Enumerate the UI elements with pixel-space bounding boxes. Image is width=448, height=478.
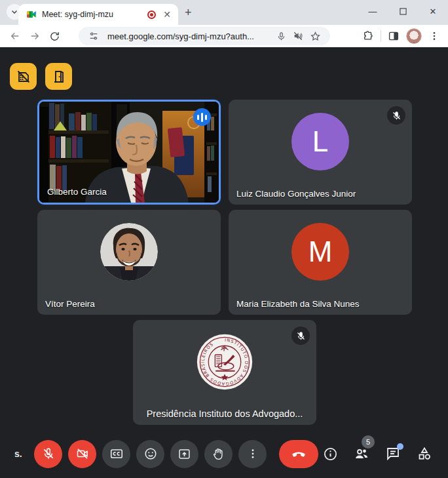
tab-close-icon[interactable]: ✕ <box>161 9 173 20</box>
close-window-button[interactable]: ✕ <box>418 1 448 21</box>
side-panel-icon[interactable] <box>385 28 402 45</box>
present-screen-button[interactable] <box>170 440 198 468</box>
new-tab-button[interactable]: + <box>185 7 192 18</box>
present-icon <box>177 447 191 461</box>
tab-strip: Meet: syg-dimj-mzu ✕ + — ✕ <box>0 0 448 25</box>
tab-muted-icon[interactable] <box>289 28 307 45</box>
people-count-badge: 5 <box>362 435 375 448</box>
meeting-details-button[interactable] <box>322 446 338 462</box>
avatar: L <box>291 113 349 170</box>
captions-button[interactable] <box>102 440 130 468</box>
mic-muted-icon <box>387 106 405 125</box>
participant-tile-presidencia[interactable]: INSTITUTO DOS ADVOGADOS BRASILEIROS Pres… <box>133 320 316 425</box>
mic-permission-icon[interactable] <box>272 28 289 45</box>
profile-avatar[interactable] <box>406 28 422 44</box>
camera-toggle-button[interactable] <box>68 440 96 468</box>
browser-toolbar: meet.google.com/syg-dimj-mzu?auth... <box>0 25 448 47</box>
forward-button[interactable] <box>25 27 45 45</box>
participant-name: Gilberto Garcia <box>47 187 107 197</box>
browser-window: Meet: syg-dimj-mzu ✕ + — ✕ meet.google <box>0 0 448 478</box>
mic-toggle-button[interactable] <box>34 440 62 468</box>
url-text[interactable]: meet.google.com/syg-dimj-mzu?auth... <box>107 31 272 41</box>
meet-favicon-icon <box>26 9 37 20</box>
site-info-icon[interactable] <box>85 28 102 45</box>
camera-off-icon <box>76 447 89 460</box>
avatar: M <box>291 223 349 281</box>
institution-seal-avatar: INSTITUTO DOS ADVOGADOS BRASILEIROS <box>196 333 253 391</box>
participant-tile-luiz-claudio[interactable]: L Luiz Claudio Gonçalves Junior <box>229 100 412 205</box>
participant-tile-maria-elizabeth[interactable]: M Maria Elizabeth da Silva Nunes <box>229 210 412 315</box>
participant-tile-vitor-pereira[interactable]: Vítor Pereira <box>37 210 221 315</box>
raise-hand-button[interactable] <box>204 440 233 468</box>
address-bar[interactable]: meet.google.com/syg-dimj-mzu?auth... <box>79 27 330 45</box>
meet-control-bar: s. <box>0 429 448 478</box>
captions-icon <box>109 447 124 461</box>
browser-menu-icon[interactable] <box>426 28 443 45</box>
recording-indicator-icon <box>147 10 156 19</box>
minimize-button[interactable]: — <box>358 1 388 21</box>
panel-controls: 5 <box>322 446 432 462</box>
grid-view-extension-button[interactable] <box>10 63 37 90</box>
reload-button[interactable] <box>45 27 64 45</box>
emoji-icon <box>143 447 158 461</box>
mic-off-icon <box>42 447 55 460</box>
audio-speaking-indicator-icon <box>193 108 211 126</box>
toolbar-divider <box>381 30 381 42</box>
call-controls <box>34 440 318 468</box>
raise-hand-icon <box>212 447 225 461</box>
meeting-code-text: s. <box>14 448 22 459</box>
participant-name: Vítor Pereira <box>45 299 95 309</box>
more-options-button[interactable] <box>238 440 267 468</box>
more-options-icon <box>247 448 259 460</box>
show-people-button[interactable]: 5 <box>354 446 369 462</box>
participant-tile-gilberto-garcia[interactable]: Gilberto Garcia <box>37 100 221 205</box>
mic-muted-icon <box>291 327 310 345</box>
tab-title: Meet: syg-dimj-mzu <box>42 10 147 19</box>
participant-name: Presidência Instituto dos Advogado... <box>133 408 316 419</box>
avatar-initial: M <box>308 235 333 268</box>
participant-name: Luiz Claudio Gonçalves Junior <box>236 189 356 199</box>
participant-name: Maria Elizabeth da Silva Nunes <box>236 299 360 309</box>
window-controls: — ✕ <box>358 0 448 22</box>
attendance-extension-button[interactable] <box>45 63 72 90</box>
extensions-icon[interactable] <box>360 28 377 45</box>
activities-icon <box>417 446 432 462</box>
chat-unread-dot <box>397 443 403 450</box>
reactions-button[interactable] <box>136 440 164 468</box>
bookmark-star-icon[interactable] <box>307 28 324 45</box>
door-icon <box>51 69 67 85</box>
end-call-button[interactable] <box>279 440 318 468</box>
maximize-button[interactable] <box>388 1 418 21</box>
end-call-icon <box>291 446 307 462</box>
activities-button[interactable] <box>417 446 432 462</box>
toolbar-right <box>360 27 443 45</box>
back-button[interactable] <box>5 27 25 45</box>
chat-button[interactable] <box>385 446 401 462</box>
photo-avatar <box>100 223 158 281</box>
avatar-initial: L <box>312 125 328 158</box>
info-icon <box>323 447 338 462</box>
grid-view-disabled-icon <box>16 69 31 85</box>
browser-tab[interactable]: Meet: syg-dimj-mzu ✕ <box>18 4 178 25</box>
meet-page: Gilberto Garcia L Luiz Claudio Gonçalves… <box>0 47 448 478</box>
